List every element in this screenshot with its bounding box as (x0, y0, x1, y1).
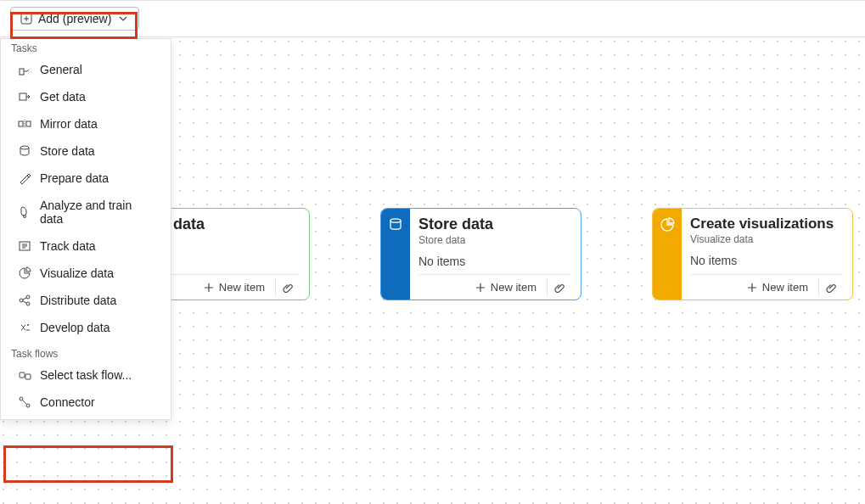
new-item-button-visualize[interactable]: New item (747, 281, 808, 294)
menu-item-label: Store data (40, 144, 95, 158)
svg-rect-3 (20, 93, 26, 100)
menu-item-label: Track data (40, 239, 96, 253)
menu-item-general[interactable]: General (1, 56, 171, 83)
menu-item-label: General (40, 63, 82, 76)
svg-rect-14 (25, 374, 31, 379)
svg-point-12 (27, 324, 29, 326)
task-flow-icon (18, 368, 31, 382)
track-data-icon (18, 239, 31, 253)
add-dropdown-menu: Tasks General Get data Mirror data Store… (0, 38, 171, 420)
store-data-icon (18, 144, 31, 158)
add-button[interactable]: Add (preview) (10, 7, 139, 31)
pie-chart-icon (660, 217, 675, 232)
svg-point-15 (20, 397, 23, 400)
menu-item-select-task-flow[interactable]: Select task flow... (1, 361, 171, 389)
plus-icon (204, 283, 214, 293)
new-item-label: New item (491, 281, 536, 294)
new-item-label: New item (219, 281, 265, 294)
top-toolbar: Add (preview) (0, 0, 865, 37)
menu-item-visualize-data[interactable]: Visualize data (1, 260, 171, 287)
menu-item-label: Prepare data (40, 171, 109, 185)
card-footer-store: New item (418, 274, 570, 300)
menu-item-analyze-train[interactable]: Analyze and train data (1, 192, 171, 232)
prepare-data-icon (18, 171, 31, 185)
dropdown-section-tasks: Tasks (1, 39, 171, 56)
attach-icon[interactable] (275, 278, 294, 297)
menu-item-connector[interactable]: Connector (1, 389, 171, 416)
svg-point-7 (24, 216, 26, 218)
menu-item-get-data[interactable]: Get data (1, 83, 171, 110)
new-item-button-collect[interactable]: New item (204, 281, 265, 294)
svg-rect-5 (26, 121, 31, 126)
menu-item-label: Develop data (40, 321, 110, 334)
menu-item-label: Analyze and train data (40, 199, 154, 226)
card-title-visualize: Create visualizations (690, 216, 842, 232)
new-item-label: New item (762, 281, 808, 294)
card-create-visualizations[interactable]: Create visualizations Visualize data No … (652, 208, 853, 300)
svg-point-9 (20, 299, 23, 302)
menu-item-label: Visualize data (40, 266, 114, 280)
chevron-down-icon (116, 12, 130, 25)
plus-icon (747, 283, 757, 293)
visualize-icon (18, 266, 31, 280)
card-accent-visualize (653, 209, 682, 300)
plus-icon (20, 12, 33, 25)
svg-rect-2 (20, 69, 24, 75)
card-body-visualize: Create visualizations Visualize data No … (682, 209, 852, 300)
card-title-store: Store data (418, 216, 570, 233)
menu-item-label: Select task flow... (40, 368, 132, 382)
menu-item-prepare-data[interactable]: Prepare data (1, 165, 171, 192)
card-footer-visualize: New item (690, 274, 842, 300)
menu-item-track-data[interactable]: Track data (1, 232, 171, 260)
get-data-icon (18, 90, 31, 104)
general-icon (18, 63, 31, 76)
connector-icon (18, 395, 31, 409)
card-body-store: Store data Store data No items New item (410, 209, 581, 300)
svg-rect-4 (19, 121, 23, 126)
menu-item-store-data[interactable]: Store data (1, 137, 171, 165)
svg-point-1 (390, 219, 401, 222)
dropdown-section-task-flows: Task flows (1, 344, 171, 361)
menu-item-label: Connector (40, 395, 95, 409)
mirror-data-icon (18, 117, 31, 131)
add-button-label: Add (preview) (38, 12, 111, 25)
develop-icon (18, 321, 31, 334)
menu-item-mirror-data[interactable]: Mirror data (1, 110, 171, 137)
svg-point-6 (20, 146, 29, 149)
card-status-store: No items (418, 255, 570, 268)
menu-item-label: Distribute data (40, 294, 116, 307)
plus-icon (475, 283, 486, 293)
svg-point-11 (26, 302, 30, 305)
attach-icon[interactable] (547, 278, 565, 297)
card-sub-visualize: Visualize data (690, 233, 842, 245)
menu-item-label: Get data (40, 90, 86, 104)
card-sub-store: Store data (418, 234, 570, 246)
attach-icon[interactable] (818, 278, 837, 297)
svg-point-10 (26, 295, 30, 299)
distribute-icon (18, 294, 31, 307)
card-accent-store (381, 209, 410, 300)
menu-item-develop-data[interactable]: Develop data (1, 314, 171, 341)
svg-point-16 (26, 404, 30, 407)
menu-item-label: Mirror data (40, 117, 98, 131)
svg-rect-13 (20, 372, 25, 378)
analyze-icon (18, 205, 31, 219)
new-item-button-store[interactable]: New item (475, 281, 536, 294)
card-store-data[interactable]: Store data Store data No items New item (380, 208, 581, 300)
card-status-visualize: No items (690, 254, 842, 267)
menu-item-distribute-data[interactable]: Distribute data (1, 287, 171, 314)
database-icon (388, 217, 403, 232)
